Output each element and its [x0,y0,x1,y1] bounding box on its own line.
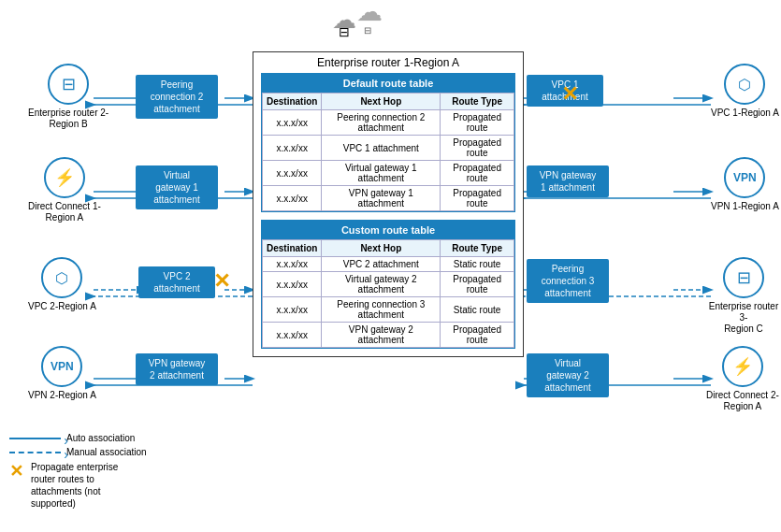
att-vgw1: Virtualgateway 1attachment [136,165,218,209]
router-title: Enterprise router 1-Region A [253,52,523,73]
table-row: x.x.x/xxVPN gateway 2 attachmentPropagat… [263,323,514,348]
legend-propagate-label: Propagate enterpriserouter routes toatta… [31,461,118,510]
vpn1-icon: VPN [724,157,765,198]
node-vpc2: ⬡ VPC 2-Region A [28,257,96,312]
col-destination-c: Destination [263,240,322,257]
col-destination: Destination [263,93,322,110]
node-vpc1: ⬡ VPC 1-Region A [711,64,779,119]
legend-auto: › Auto association [9,433,147,443]
col-nexthop: Next Hop [322,93,441,110]
vpn1-label: VPN 1-Region A [711,201,779,212]
x-mark-vpc1: ✕ [561,82,578,107]
table-row: x.x.x/xxVirtual gateway 1 attachmentProp… [263,161,514,186]
node-er3: ⊟ Enterprise router 3-Region C [706,257,781,335]
node-dc2: ⚡ Direct Connect 2-Region A [706,346,779,412]
vpc1-label: VPC 1-Region A [711,108,779,119]
legend: › Auto association › Manual association … [9,433,147,513]
att-vpc2: VPC 2attachment [138,266,215,298]
att-vgw2: Virtualgateway 2attachment [527,353,609,397]
node-vpn1: VPN VPN 1-Region A [711,157,779,212]
node-dc1: ⚡ Direct Connect 1-Region A [28,157,101,223]
table-row: x.x.x/xxVPC 2 attachmentStatic route [263,257,514,272]
er2-icon: ⊟ [48,64,89,105]
legend-auto-label: Auto association [66,433,135,443]
legend-manual-label: Manual association [66,447,147,457]
dc1-icon: ⚡ [44,157,85,198]
col-routetype: Route Type [441,93,514,110]
att-peering2: Peeringconnection 2attachment [136,75,218,119]
col-nexthop-c: Next Hop [322,240,441,257]
vpc2-icon: ⬡ [41,257,82,298]
table-row: x.x.x/xxPeering connection 3 attachmentS… [263,297,514,323]
table-row: x.x.x/xxVPN gateway 1 attachmentPropagat… [263,186,514,211]
table-row: x.x.x/xxPeering connection 2 attachmentP… [263,110,514,136]
diagram-container: ☁ ⊟ [0,0,781,532]
node-vpn2: VPN VPN 2-Region A [28,346,96,401]
default-table-content: Destination Next Hop Route Type x.x.x/xx… [262,93,514,211]
vpc1-icon: ⬡ [724,64,765,105]
er2-label: Enterprise router 2-Region B [28,108,108,130]
svg-text:☁: ☁ [356,0,383,26]
table-row: x.x.x/xxVirtual gateway 2 attachmentProp… [263,272,514,297]
vpn2-label: VPN 2-Region A [28,390,96,401]
table-row: x.x.x/xxVPC 1 attachmentPropagated route [263,136,514,161]
vpn2-icon: VPN [41,346,82,387]
router-box: Enterprise router 1-Region A Default rou… [253,51,524,357]
att-peering3: Peeringconnection 3attachment [527,259,609,303]
er3-icon: ⊟ [723,257,764,298]
dc2-icon: ⚡ [722,346,763,387]
col-routetype-c: Route Type [441,240,514,257]
att-vpngw2: VPN gateway2 attachment [136,353,218,385]
att-vpngw1: VPN gateway1 attachment [527,165,609,197]
svg-text:⊟: ⊟ [364,25,371,36]
custom-table-header: Custom route table [262,221,514,239]
custom-route-table: Custom route table Destination Next Hop … [261,220,515,349]
vpn2-text: VPN [51,360,74,373]
default-table-header: Default route table [262,74,514,93]
vpc2-label: VPC 2-Region A [28,301,96,312]
x-mark-vpc2: ✕ [213,269,230,294]
er3-label: Enterprise router 3-Region C [706,301,781,335]
default-route-table: Default route table Destination Next Hop… [261,73,515,212]
legend-manual: › Manual association [9,447,147,457]
legend-propagate: ✕ Propagate enterpriserouter routes toat… [9,461,147,510]
dc1-label: Direct Connect 1-Region A [28,201,101,223]
custom-table-content: Destination Next Hop Route Type x.x.x/xx… [262,239,514,348]
node-er2: ⊟ Enterprise router 2-Region B [28,64,108,130]
cloud-router-icon: ☁ ⊟ [332,7,356,39]
legend-x-icon: ✕ [9,461,23,482]
vpn1-text: VPN [733,171,757,184]
dc2-label: Direct Connect 2-Region A [706,390,779,412]
